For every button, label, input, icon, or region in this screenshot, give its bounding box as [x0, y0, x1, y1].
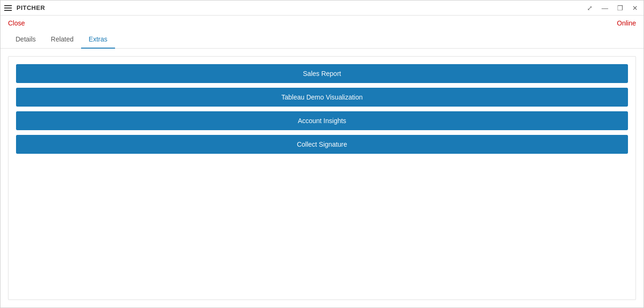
app-title: PITCHER: [17, 4, 45, 11]
expand-icon[interactable]: ⤢: [585, 3, 594, 13]
online-status: Online: [617, 19, 636, 27]
menu-icon[interactable]: [4, 5, 12, 11]
app-window: PITCHER ⤢ — ❐ ✕ Close Online Details Rel…: [0, 0, 644, 308]
title-bar: PITCHER ⤢ — ❐ ✕: [0, 0, 644, 16]
tab-extras[interactable]: Extras: [81, 31, 115, 49]
tab-details[interactable]: Details: [8, 31, 43, 49]
account-insights-button[interactable]: Account Insights: [16, 111, 628, 130]
close-window-icon[interactable]: ✕: [630, 3, 640, 13]
close-button[interactable]: Close: [8, 19, 25, 27]
minimize-icon[interactable]: —: [600, 3, 610, 13]
restore-icon[interactable]: ❐: [615, 3, 625, 13]
sales-report-button[interactable]: Sales Report: [16, 64, 628, 83]
extras-panel: Sales Report Tableau Demo Visualization …: [8, 56, 636, 300]
content-area: Sales Report Tableau Demo Visualization …: [0, 49, 644, 308]
collect-signature-button[interactable]: Collect Signature: [16, 135, 628, 154]
window-controls: ⤢ — ❐ ✕: [585, 3, 640, 13]
title-bar-left: PITCHER: [4, 4, 45, 11]
tab-related[interactable]: Related: [43, 31, 81, 49]
header-bar: Close Online: [0, 16, 644, 31]
tabs-bar: Details Related Extras: [0, 31, 644, 49]
tableau-demo-button[interactable]: Tableau Demo Visualization: [16, 88, 628, 107]
